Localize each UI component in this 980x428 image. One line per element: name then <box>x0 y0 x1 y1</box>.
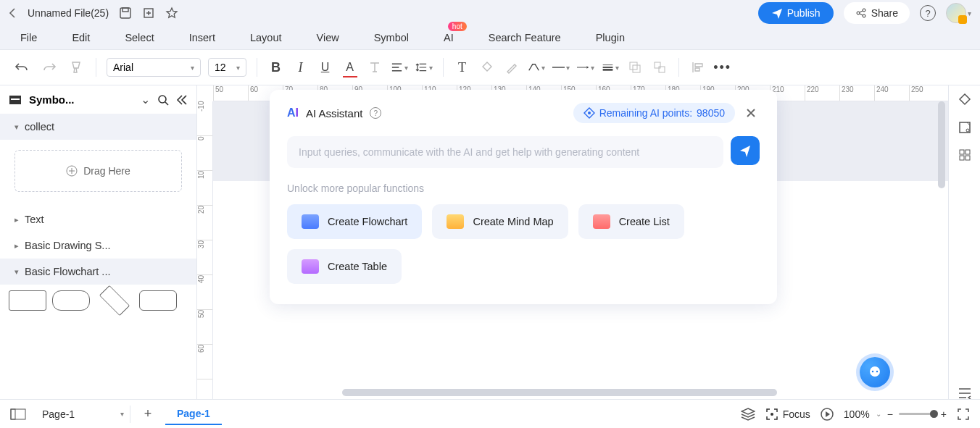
text-tool[interactable]: T <box>454 59 471 76</box>
page-selector[interactable]: Page-1▾ <box>36 406 130 423</box>
menu-file[interactable]: File <box>20 32 37 43</box>
svg-rect-25 <box>966 156 970 160</box>
page-tab[interactable]: Page-1 <box>165 403 222 425</box>
mindmap-icon <box>447 214 464 229</box>
menu-symbol[interactable]: Symbol <box>374 32 409 43</box>
scrollbar-vertical[interactable] <box>938 101 945 188</box>
ruler-vertical: -100102030405060 <box>197 101 213 399</box>
ai-close-button[interactable] <box>742 104 760 122</box>
ai-action-flowchart[interactable]: Create Flowchart <box>287 204 422 239</box>
chevron-down-icon[interactable]: ⌄ <box>876 410 881 418</box>
svg-rect-26 <box>11 409 25 419</box>
chevron-down-icon: ▾ <box>191 64 194 72</box>
ai-points-badge[interactable]: Remaining AI points: 98050 <box>573 103 735 123</box>
more-tools[interactable]: ••• <box>714 59 731 76</box>
sidebar-expand-icon[interactable]: ⌄ <box>141 93 150 106</box>
ai-assistant-panel: AI AI Assistant ? Remaining AI points: 9… <box>270 90 777 304</box>
sidebar-search-icon[interactable] <box>157 94 169 106</box>
sidebar-section-collect[interactable]: ▾collect <box>0 114 196 140</box>
grid-panel-icon[interactable] <box>958 148 972 162</box>
ai-query-input[interactable] <box>287 136 723 168</box>
shape-diamond[interactable] <box>99 285 130 316</box>
group-tool[interactable] <box>626 59 644 76</box>
outline-panel-icon[interactable] <box>958 387 972 399</box>
sidebar-section-basic-drawing[interactable]: ▸Basic Drawing S... <box>0 232 196 259</box>
undo-button[interactable] <box>12 59 32 76</box>
chevron-down-icon: ▾ <box>14 267 19 277</box>
save-icon[interactable] <box>119 7 132 20</box>
page-layout-icon[interactable] <box>7 406 29 423</box>
bottombar: Page-1▾ + Page-1 Focus 100% ⌄ − + <box>0 399 980 428</box>
library-icon <box>9 95 22 105</box>
arrow-style-tool[interactable]: ▾ <box>577 59 594 76</box>
menu-select[interactable]: Select <box>125 32 154 43</box>
shape-rectangle[interactable] <box>9 290 46 311</box>
ai-action-mindmap[interactable]: Create Mind Map <box>432 204 568 239</box>
canvas[interactable]: 5060708090100110120130140150160170180190… <box>197 85 948 399</box>
layers-icon[interactable] <box>738 405 758 424</box>
ai-action-list[interactable]: Create List <box>578 204 684 239</box>
menu-plugin[interactable]: Plugin <box>596 32 625 43</box>
zoom-control: 100% ⌄ − + <box>844 408 947 420</box>
menu-view[interactable]: View <box>317 32 339 43</box>
font-family-select[interactable]: Arial▾ <box>107 58 201 77</box>
line-weight-tool[interactable]: ▾ <box>602 59 619 76</box>
svg-rect-0 <box>120 8 130 18</box>
sidebar-section-text[interactable]: ▸Text <box>0 206 196 232</box>
font-size-select[interactable]: 12▾ <box>208 58 246 77</box>
ungroup-tool[interactable] <box>651 59 668 76</box>
shape-round-rect-2[interactable] <box>139 290 177 311</box>
fullscreen-icon[interactable] <box>954 405 973 424</box>
svg-point-19 <box>876 371 878 372</box>
line-spacing-button[interactable]: ▾ <box>415 59 433 76</box>
file-name[interactable]: Unnamed File(25) <box>28 7 109 19</box>
zoom-slider[interactable] <box>899 413 935 415</box>
align-objects-tool[interactable] <box>689 59 707 76</box>
connector-tool[interactable]: ▾ <box>528 59 545 76</box>
fill-panel-icon[interactable] <box>958 93 972 107</box>
sidebar-section-basic-flowchart[interactable]: ▾Basic Flowchart ... <box>0 259 196 285</box>
add-page-button[interactable]: + <box>138 404 158 424</box>
shape-rounded-rect[interactable] <box>52 290 90 311</box>
chevron-down-icon: ▾ <box>14 122 19 132</box>
zoom-out-button[interactable]: − <box>887 408 893 420</box>
bold-button[interactable]: B <box>267 59 285 76</box>
chat-fab[interactable] <box>860 357 890 387</box>
menu-ai[interactable]: AIhot <box>444 32 454 43</box>
help-icon[interactable]: ? <box>920 5 936 21</box>
fill-tool[interactable] <box>478 59 496 76</box>
menu-search[interactable]: Search Feature <box>489 32 561 43</box>
new-window-icon[interactable] <box>142 7 155 20</box>
back-button[interactable] <box>9 8 17 18</box>
diamond-icon <box>584 107 595 119</box>
theme-panel-icon[interactable] <box>958 120 972 135</box>
ai-action-table[interactable]: Create Table <box>287 249 402 284</box>
svg-point-18 <box>872 371 873 372</box>
sidebar-collapse-icon[interactable] <box>176 95 188 105</box>
redo-button[interactable] <box>39 59 59 76</box>
align-button[interactable]: ▾ <box>391 59 408 76</box>
drag-here-zone[interactable]: Drag Here <box>14 150 182 192</box>
underline-button[interactable]: U <box>317 59 334 76</box>
zoom-in-button[interactable]: + <box>941 408 947 420</box>
menu-layout[interactable]: Layout <box>250 32 282 43</box>
font-color-button[interactable]: A <box>341 59 359 76</box>
pen-tool[interactable] <box>503 59 520 76</box>
star-icon[interactable] <box>165 7 178 20</box>
menu-insert[interactable]: Insert <box>189 32 215 43</box>
focus-button[interactable]: Focus <box>765 408 810 421</box>
publish-button[interactable]: Publish <box>758 2 834 24</box>
clear-format-button[interactable] <box>366 59 383 76</box>
italic-button[interactable]: I <box>292 59 310 76</box>
ai-send-button[interactable] <box>731 136 760 165</box>
menu-edit[interactable]: Edit <box>72 32 90 43</box>
format-painter[interactable] <box>67 58 86 77</box>
zoom-value[interactable]: 100% <box>844 408 870 420</box>
ai-help-icon[interactable]: ? <box>370 107 381 119</box>
scrollbar-horizontal[interactable] <box>342 389 777 396</box>
presentation-icon[interactable] <box>818 405 836 424</box>
share-button[interactable]: Share <box>844 2 910 24</box>
line-style-tool[interactable]: ▾ <box>552 59 570 76</box>
share-label: Share <box>871 7 898 19</box>
user-menu[interactable]: ▾ <box>946 3 971 23</box>
